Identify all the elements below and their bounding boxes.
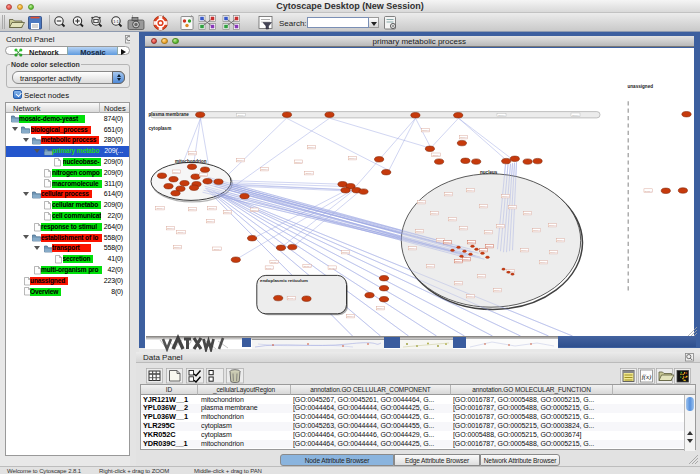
svg-text:Gene-l: Gene-l <box>376 307 384 310</box>
svg-text:Gene-l: Gene-l <box>508 206 516 209</box>
svg-text:Gene-l: Gene-l <box>556 239 564 242</box>
svg-text:Gene-l: Gene-l <box>173 246 181 249</box>
svg-text:Gene-l: Gene-l <box>265 266 273 269</box>
svg-text:Gene-l: Gene-l <box>454 260 462 263</box>
svg-text:1:1: 1:1 <box>113 19 119 24</box>
svg-text:Gene-l: Gene-l <box>501 195 509 198</box>
svg-text:Gene-l: Gene-l <box>520 249 528 252</box>
svg-text:Gene-l: Gene-l <box>459 227 467 230</box>
svg-text:Gene-l: Gene-l <box>341 251 349 254</box>
svg-text:Gene-l: Gene-l <box>287 297 295 300</box>
svg-text:Gene-l: Gene-l <box>208 207 216 210</box>
svg-text:Gene-l: Gene-l <box>250 209 258 212</box>
svg-text:Gene-l: Gene-l <box>523 212 531 215</box>
svg-text:Gene-l: Gene-l <box>213 248 221 251</box>
svg-text:Gene-l: Gene-l <box>199 174 207 177</box>
svg-text:Gene-l: Gene-l <box>188 152 196 155</box>
svg-text:Gene-l: Gene-l <box>466 189 474 192</box>
svg-text:plasma membrane: plasma membrane <box>148 112 189 117</box>
svg-text:nucleus: nucleus <box>480 170 498 175</box>
svg-text:Gene-l: Gene-l <box>493 289 501 292</box>
svg-text:Gene-l: Gene-l <box>421 129 429 132</box>
svg-text:Gene-l: Gene-l <box>166 227 174 230</box>
svg-text:Gene-l: Gene-l <box>462 258 470 261</box>
svg-text:Gene-l: Gene-l <box>303 265 311 268</box>
svg-text:Gene-l: Gene-l <box>497 114 505 117</box>
svg-text:Gene-l: Gene-l <box>415 230 423 233</box>
svg-text:Gene-l: Gene-l <box>188 208 196 211</box>
svg-text:Gene-l: Gene-l <box>549 251 557 254</box>
svg-text:Gene-l: Gene-l <box>294 161 302 164</box>
svg-text:mitochondrion: mitochondrion <box>175 159 207 164</box>
svg-text:Gene-l: Gene-l <box>177 231 185 234</box>
svg-text:Gene-l: Gene-l <box>260 168 268 171</box>
svg-text:Gene-l: Gene-l <box>408 247 416 250</box>
svg-text:Gene-l: Gene-l <box>305 172 313 175</box>
svg-text:unassigned: unassigned <box>627 83 653 88</box>
svg-text:Gene-l: Gene-l <box>346 315 354 318</box>
svg-text:Gene-l: Gene-l <box>206 220 214 223</box>
svg-text:Gene-l: Gene-l <box>430 212 438 215</box>
svg-text:Gene-l: Gene-l <box>496 225 504 228</box>
svg-text:Gene-l: Gene-l <box>348 157 356 160</box>
svg-text:Gene-l: Gene-l <box>479 205 487 208</box>
svg-text:f(x): f(x) <box>642 373 652 381</box>
svg-text:Gene-l: Gene-l <box>459 136 467 139</box>
svg-text:Gene-l: Gene-l <box>328 266 336 269</box>
svg-text:Gene-l: Gene-l <box>237 114 245 117</box>
svg-text:Gene-l: Gene-l <box>270 261 278 264</box>
svg-text:Gene-l: Gene-l <box>539 261 547 264</box>
svg-text:Gene-l: Gene-l <box>467 241 475 244</box>
svg-text:Gene-l: Gene-l <box>236 159 244 162</box>
svg-text:Gene-l: Gene-l <box>466 295 474 298</box>
svg-text:Gene-l: Gene-l <box>443 241 451 244</box>
svg-text:Gene-l: Gene-l <box>426 265 434 268</box>
svg-text:Gene-l: Gene-l <box>532 229 540 232</box>
svg-text:endoplasmic reticulum: endoplasmic reticulum <box>260 277 308 282</box>
svg-text:Gene-l: Gene-l <box>548 224 556 227</box>
svg-text:Gene-l: Gene-l <box>479 249 487 252</box>
svg-text:Gene-l: Gene-l <box>477 275 485 278</box>
svg-text:Gene-l: Gene-l <box>571 114 579 117</box>
svg-text:Gene-l: Gene-l <box>307 146 315 149</box>
svg-text:Gene-l: Gene-l <box>644 189 652 192</box>
svg-text:Gene-l: Gene-l <box>417 201 425 204</box>
svg-text:Gene-l: Gene-l <box>172 171 180 174</box>
svg-text:Gene-l: Gene-l <box>444 193 452 196</box>
svg-text:Gene-l: Gene-l <box>454 282 462 285</box>
svg-text:Gene-l: Gene-l <box>484 231 492 234</box>
svg-text:cytoplasm: cytoplasm <box>148 126 171 131</box>
svg-text:Gene-l: Gene-l <box>156 207 164 210</box>
svg-text:Gene-l: Gene-l <box>223 211 231 214</box>
svg-text:Gene-l: Gene-l <box>485 245 493 248</box>
svg-text:Gene-l: Gene-l <box>448 218 456 221</box>
svg-text:Gene-l: Gene-l <box>432 154 440 157</box>
